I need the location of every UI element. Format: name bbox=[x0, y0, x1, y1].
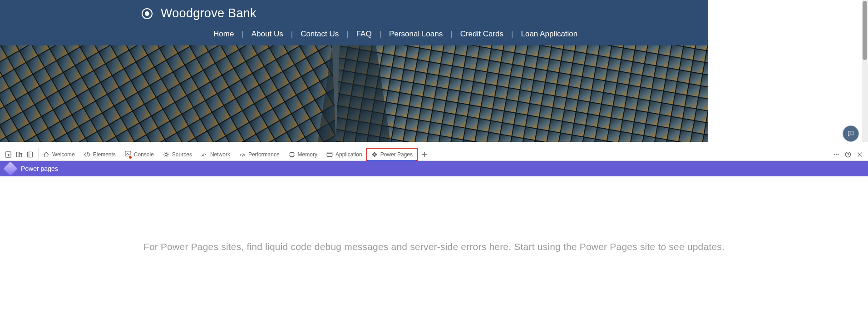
activity-bar-icon[interactable] bbox=[25, 148, 35, 161]
svg-point-27 bbox=[836, 154, 837, 155]
nav-contact[interactable]: Contact Us bbox=[301, 30, 339, 39]
tab-label: Sources bbox=[172, 151, 192, 158]
nav-separator: | bbox=[511, 30, 513, 39]
svg-rect-20 bbox=[327, 152, 332, 156]
tab-add[interactable] bbox=[417, 148, 432, 160]
nav-credit-cards[interactable]: Credit Cards bbox=[460, 30, 503, 39]
tab-label: Network bbox=[210, 151, 230, 158]
inspect-element-icon[interactable] bbox=[3, 148, 14, 161]
nav-loan-application[interactable]: Loan Application bbox=[521, 30, 578, 39]
primary-nav: Home| About Us| Contact Us| FAQ| Persona… bbox=[213, 30, 577, 39]
nav-separator: | bbox=[450, 30, 452, 39]
tab-sources[interactable]: Sources bbox=[158, 148, 197, 160]
nav-separator: | bbox=[380, 30, 381, 39]
power-pages-banner-title: Power pages bbox=[21, 165, 58, 172]
console-icon bbox=[125, 150, 131, 158]
tab-label: Console bbox=[134, 151, 154, 158]
nav-separator: | bbox=[242, 30, 243, 39]
tab-network[interactable]: Network bbox=[197, 148, 235, 160]
svg-rect-19 bbox=[290, 152, 294, 156]
vertical-scrollbar[interactable] bbox=[862, 0, 868, 142]
tab-label: Performance bbox=[248, 151, 280, 158]
feedback-floating-button[interactable] bbox=[843, 125, 859, 142]
brand-logo-icon bbox=[142, 8, 153, 19]
tab-label: Power Pages bbox=[380, 151, 413, 158]
nav-separator: | bbox=[346, 30, 348, 39]
tab-welcome[interactable]: Welcome bbox=[39, 148, 79, 160]
svg-rect-14 bbox=[27, 152, 32, 157]
svg-rect-23 bbox=[373, 153, 375, 155]
tab-performance[interactable]: Performance bbox=[235, 148, 284, 160]
tab-console[interactable]: Console bbox=[120, 148, 158, 160]
brand[interactable]: Woodgrove Bank bbox=[142, 6, 256, 20]
nav-home[interactable]: Home bbox=[213, 30, 234, 39]
svg-point-30 bbox=[848, 156, 848, 156]
tab-label: Elements bbox=[93, 151, 116, 158]
svg-rect-13 bbox=[19, 153, 22, 157]
svg-rect-22 bbox=[372, 152, 377, 157]
tab-application[interactable]: Application bbox=[322, 148, 367, 160]
hero-image bbox=[0, 45, 708, 142]
svg-point-18 bbox=[242, 155, 243, 156]
tab-label: Memory bbox=[298, 151, 317, 158]
brand-name: Woodgrove Bank bbox=[161, 6, 256, 20]
device-toolbar-icon[interactable] bbox=[14, 148, 25, 161]
svg-point-26 bbox=[833, 154, 834, 155]
devtools-tabstrip: Welcome Elements Console Sources Network… bbox=[0, 148, 868, 161]
power-pages-empty-message: For Power Pages sites, find liquid code … bbox=[143, 241, 725, 252]
svg-point-17 bbox=[165, 153, 167, 155]
nav-about[interactable]: About Us bbox=[252, 30, 283, 39]
power-pages-logo-icon bbox=[3, 161, 17, 175]
tab-label: Application bbox=[335, 151, 362, 158]
nav-separator: | bbox=[291, 30, 293, 39]
svg-rect-10 bbox=[0, 45, 708, 142]
tab-label: Welcome bbox=[52, 151, 75, 158]
svg-rect-12 bbox=[16, 152, 20, 157]
svg-point-28 bbox=[838, 154, 838, 155]
nav-faq[interactable]: FAQ bbox=[356, 30, 372, 39]
tab-power-pages[interactable]: Power Pages bbox=[367, 148, 417, 160]
horizontal-scroll-region[interactable]: Woodgrove Bank Home| About Us| Contact U… bbox=[0, 0, 868, 148]
website-preview-area: Woodgrove Bank Home| About Us| Contact U… bbox=[0, 0, 868, 148]
tab-memory[interactable]: Memory bbox=[284, 148, 322, 160]
tab-elements[interactable]: Elements bbox=[79, 148, 120, 160]
power-pages-banner: Power pages bbox=[0, 161, 868, 176]
more-tools-icon[interactable] bbox=[831, 148, 842, 161]
help-icon[interactable] bbox=[843, 148, 853, 161]
nav-loans[interactable]: Personal Loans bbox=[389, 30, 443, 39]
close-devtools-icon[interactable] bbox=[854, 148, 865, 161]
site-header: Woodgrove Bank Home| About Us| Contact U… bbox=[0, 0, 708, 45]
power-pages-panel-content: For Power Pages sites, find liquid code … bbox=[0, 176, 868, 317]
devtools-panel: Welcome Elements Console Sources Network… bbox=[0, 148, 868, 317]
